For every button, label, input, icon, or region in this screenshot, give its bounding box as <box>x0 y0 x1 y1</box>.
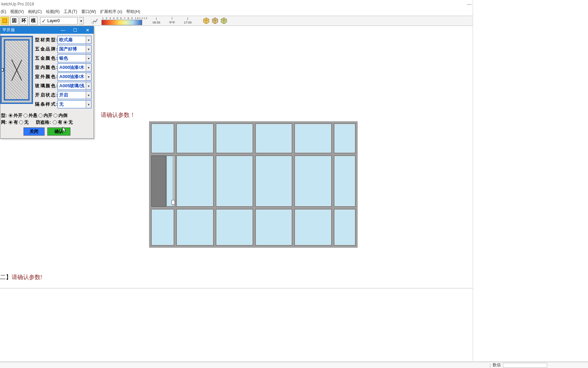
layer-selector[interactable]: ✓ Layer0 <box>40 17 78 25</box>
time-label: 中午 <box>165 20 179 25</box>
cube-icon[interactable] <box>220 17 228 25</box>
minimize-icon[interactable]: — <box>467 1 472 7</box>
close-button[interactable]: 关闭 <box>23 127 45 136</box>
pane <box>176 155 214 207</box>
chevron-down-icon[interactable]: ▾ <box>86 91 91 99</box>
dialog-titlebar[interactable]: 平开扇 — ☐ ✕ <box>0 26 94 34</box>
chevron-down-icon[interactable]: ▾ <box>86 45 91 53</box>
tool-icon[interactable]: 固 <box>10 17 18 25</box>
radio-label: 内倒 <box>59 112 67 119</box>
confirm-hint-2: 二】请确认参数! <box>0 273 42 281</box>
chevron-down-icon[interactable]: ▾ <box>86 55 91 62</box>
radio-guard-yes[interactable] <box>53 120 57 124</box>
glass-color-select[interactable]: A005玻璃/浅▾ <box>58 82 92 90</box>
spacer-style-select[interactable]: 无▾ <box>58 100 92 108</box>
select-value: 开启 <box>58 92 86 98</box>
menu-item[interactable]: 视图(V) <box>10 8 24 15</box>
chevron-down-icon[interactable]: ▾ <box>86 36 91 44</box>
dialog-minimize-icon[interactable]: — <box>57 26 69 34</box>
brush-icon[interactable] <box>91 17 99 25</box>
group-label: 防盗格: <box>36 119 51 125</box>
tool-icon[interactable]: 环 <box>20 17 28 25</box>
field-label: 开启状态: <box>35 92 58 98</box>
pane <box>255 123 293 153</box>
pane <box>334 209 356 246</box>
temperature-gradient[interactable] <box>101 20 142 25</box>
chevron-down-icon[interactable]: ▾ <box>86 101 91 108</box>
hint2-body: 请确认参数! <box>12 274 42 280</box>
app-title-bar: ketchUp Pro 2018 <box>0 0 473 8</box>
profile-type-select[interactable]: 欧式扇▾ <box>58 36 92 44</box>
tool-icon[interactable] <box>1 17 9 25</box>
menu-item[interactable]: 窗口(W) <box>81 8 96 15</box>
app-title: ketchUp Pro 2018 <box>1 2 34 6</box>
cube-icon[interactable] <box>211 17 219 25</box>
tool-icon[interactable]: 模 <box>29 17 37 25</box>
layer-dropdown-icon[interactable]: ▾ <box>79 17 84 25</box>
dialog-maximize-icon[interactable]: ☐ <box>69 26 81 34</box>
cube-icon[interactable] <box>202 17 210 25</box>
time-morning: 06:55 <box>149 17 164 24</box>
radio-hang-out[interactable] <box>23 113 28 118</box>
group-label: 型: <box>1 112 7 119</box>
separator <box>0 288 473 289</box>
open-type-group: 型: 外开 外悬 内开 内倒 <box>0 112 94 119</box>
radio-tilt-in[interactable] <box>53 113 58 118</box>
time-label: 06:55 <box>149 21 164 24</box>
radio-open-out[interactable] <box>9 113 13 118</box>
pane <box>255 209 293 246</box>
radio-screen-yes[interactable] <box>9 120 13 124</box>
radio-label: 无 <box>68 119 73 125</box>
radio-label: 外开 <box>14 112 22 119</box>
radio-label: 外悬 <box>29 112 37 119</box>
indoor-color-select[interactable]: A000油漆/木▾ <box>58 63 92 72</box>
measurement-label: 数值 <box>493 362 501 368</box>
time-label: 17:00 <box>181 21 195 24</box>
measurement-input[interactable] <box>503 363 547 368</box>
menu-item[interactable]: 帮助(H) <box>126 8 140 15</box>
menu-item[interactable]: 绘图(R) <box>46 8 60 15</box>
radio-open-in[interactable] <box>38 113 43 118</box>
pane <box>151 209 174 246</box>
menu-item[interactable]: 扩展程序 (x) <box>100 8 122 15</box>
svg-rect-0 <box>3 19 7 23</box>
hardware-color-select[interactable]: 银色▾ <box>58 54 92 62</box>
window-buttons: — <box>467 1 472 7</box>
outdoor-color-select[interactable]: A000油漆/木▾ <box>58 73 92 81</box>
open-sash <box>151 155 174 207</box>
chevron-down-icon[interactable]: ▾ <box>86 82 91 90</box>
radio-screen-no[interactable] <box>19 120 23 124</box>
open-state-select[interactable]: 开启▾ <box>58 91 92 99</box>
field-label: 型材类型: <box>35 37 58 43</box>
chevron-down-icon[interactable]: ▾ <box>86 64 91 71</box>
chevron-down-icon[interactable]: ▾ <box>86 73 91 80</box>
dialog-title: 平开扇 <box>2 27 15 33</box>
pane <box>294 155 332 207</box>
confirm-button[interactable]: 确认 <box>47 127 70 136</box>
menu-item[interactable]: (E) <box>1 8 6 15</box>
layer-visible-icon[interactable]: ✓ <box>40 18 47 24</box>
pane <box>176 123 214 153</box>
radio-label: 有 <box>14 119 18 125</box>
menu-item[interactable]: 工具(T) <box>64 8 77 15</box>
select-value: A000油漆/木 <box>58 64 86 71</box>
dialog-close-icon[interactable]: ✕ <box>81 26 94 34</box>
select-value: 银色 <box>58 55 86 61</box>
field-label: 五金颜色: <box>35 55 58 61</box>
radio-guard-no[interactable] <box>63 120 67 124</box>
hardware-brand-select[interactable]: 国产好博▾ <box>58 45 92 53</box>
group-label: 网: <box>1 119 7 125</box>
radio-label: 有 <box>58 119 62 125</box>
svg-point-1 <box>92 22 94 24</box>
field-label: 隔条样式: <box>35 101 58 107</box>
menu-bar: (E) 视图(V) 相机(C) 绘图(R) 工具(T) 窗口(W) 扩展程序 (… <box>0 8 140 15</box>
select-value: 无 <box>58 101 86 107</box>
pane <box>294 209 332 246</box>
screen-and-guard-group: 网: 有 无 防盗格: 有 无 <box>0 119 94 125</box>
insect-screen <box>151 155 166 207</box>
pane <box>334 155 356 207</box>
select-value: 国产好博 <box>58 46 86 52</box>
window-model[interactable] <box>149 121 358 248</box>
menu-item[interactable]: 相机(C) <box>28 8 42 15</box>
field-label: 室内颜色: <box>35 64 58 71</box>
